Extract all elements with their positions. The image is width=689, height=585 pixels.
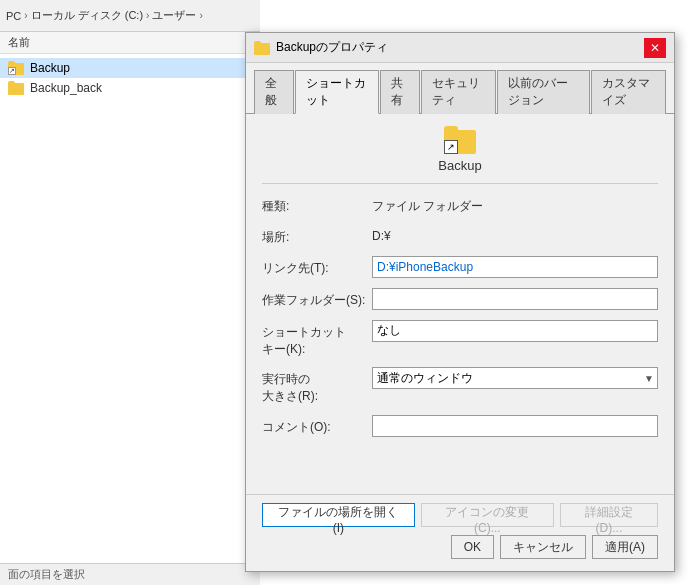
dialog-close-button[interactable]: ✕ — [644, 38, 666, 58]
folder-icon-backup: ↗ — [8, 61, 24, 75]
breadcrumb-arrow-1: › — [146, 10, 149, 21]
prop-row-workdir: 作業フォルダー(S): — [262, 288, 658, 310]
list-item-backup-back[interactable]: Backup_back — [0, 78, 260, 98]
column-name-header[interactable]: 名前 — [8, 35, 30, 50]
prop-row-shortcut-key: ショートカットキー(K): — [262, 320, 658, 358]
file-name-backup[interactable]: Backup — [30, 61, 70, 75]
dialog-tabs: 全般 ショートカット 共有 セキュリティ 以前のバージョン カスタマイズ — [246, 63, 674, 114]
status-bar: 面の項目を選択 — [0, 563, 260, 585]
prop-row-window-size: 実行時の大きさ(R): 通常のウィンドウ 最小化 最大化 ▼ — [262, 367, 658, 405]
folder-display: ↗ Backup — [262, 126, 658, 184]
shortcut-arrow-icon: ↗ — [8, 67, 16, 75]
prop-label-location: 場所: — [262, 225, 372, 246]
prop-input-shortcut-key[interactable] — [372, 320, 658, 342]
address-bar[interactable]: PC › ローカル ディスク (C:) › ユーザー › — [0, 0, 260, 32]
properties-dialog: Backupのプロパティ ✕ 全般 ショートカット 共有 セキュリティ 以前のバ… — [245, 32, 675, 572]
folder-icon-backup-back — [8, 81, 24, 95]
prop-label-target: リンク先(T): — [262, 256, 372, 277]
prop-select-wrap-window-size: 通常のウィンドウ 最小化 最大化 ▼ — [372, 367, 658, 389]
footer-bottom-buttons: OK キャンセル 適用(A) — [262, 535, 658, 559]
breadcrumb-arrow-0: › — [24, 10, 27, 21]
footer-top-buttons: ファイルの場所を開く(I) アイコンの変更(C)... 詳細設定(D)... — [262, 503, 658, 527]
breadcrumb-drive[interactable]: ローカル ディスク (C:) — [31, 8, 143, 23]
tab-share[interactable]: 共有 — [380, 70, 420, 114]
dialog-content: ↗ Backup 種類: ファイル フォルダー 場所: D:¥ リンク先(T):… — [246, 114, 674, 494]
cancel-button[interactable]: キャンセル — [500, 535, 586, 559]
tab-customize[interactable]: カスタマイズ — [591, 70, 666, 114]
file-name-backup-back[interactable]: Backup_back — [30, 81, 102, 95]
prop-row-target: リンク先(T): — [262, 256, 658, 278]
breadcrumb-arrow-2: › — [199, 10, 202, 21]
prop-row-type: 種類: ファイル フォルダー — [262, 194, 658, 215]
file-list: ↗ Backup Backup_back — [0, 54, 260, 585]
prop-value-type: ファイル フォルダー — [372, 194, 658, 215]
status-text: 面の項目を選択 — [8, 567, 85, 582]
breadcrumb-users[interactable]: ユーザー — [152, 8, 196, 23]
prop-label-shortcut-key: ショートカットキー(K): — [262, 320, 372, 358]
file-list-header: 名前 — [0, 32, 260, 54]
open-file-location-button[interactable]: ファイルの場所を開く(I) — [262, 503, 415, 527]
folder-display-icon: ↗ — [444, 126, 476, 154]
tab-general[interactable]: 全般 — [254, 70, 294, 114]
dialog-title-folder-icon — [254, 41, 270, 55]
tab-previous-versions[interactable]: 以前のバージョン — [497, 70, 590, 114]
advanced-settings-button[interactable]: 詳細設定(D)... — [560, 503, 658, 527]
folder-display-name: Backup — [438, 158, 481, 173]
apply-button[interactable]: 適用(A) — [592, 535, 658, 559]
prop-input-comment[interactable] — [372, 415, 658, 437]
folder-shortcut-arrow: ↗ — [444, 140, 458, 154]
prop-label-window-size: 実行時の大きさ(R): — [262, 367, 372, 405]
prop-input-target[interactable] — [372, 256, 658, 278]
prop-input-workdir[interactable] — [372, 288, 658, 310]
prop-row-comment: コメント(O): — [262, 415, 658, 437]
prop-value-location: D:¥ — [372, 225, 658, 243]
breadcrumb-pc[interactable]: PC — [6, 10, 21, 22]
prop-label-comment: コメント(O): — [262, 415, 372, 436]
prop-row-location: 場所: D:¥ — [262, 225, 658, 246]
ok-button[interactable]: OK — [451, 535, 494, 559]
list-item-backup[interactable]: ↗ Backup — [0, 58, 260, 78]
dialog-title: Backupのプロパティ — [276, 39, 638, 56]
tab-security[interactable]: セキュリティ — [421, 70, 496, 114]
prop-label-type: 種類: — [262, 194, 372, 215]
prop-select-window-size[interactable]: 通常のウィンドウ 最小化 最大化 — [372, 367, 658, 389]
dialog-footer: ファイルの場所を開く(I) アイコンの変更(C)... 詳細設定(D)... O… — [246, 494, 674, 571]
tab-shortcut[interactable]: ショートカット — [295, 70, 379, 114]
change-icon-button[interactable]: アイコンの変更(C)... — [421, 503, 554, 527]
dialog-titlebar: Backupのプロパティ ✕ — [246, 33, 674, 63]
prop-label-workdir: 作業フォルダー(S): — [262, 288, 372, 309]
